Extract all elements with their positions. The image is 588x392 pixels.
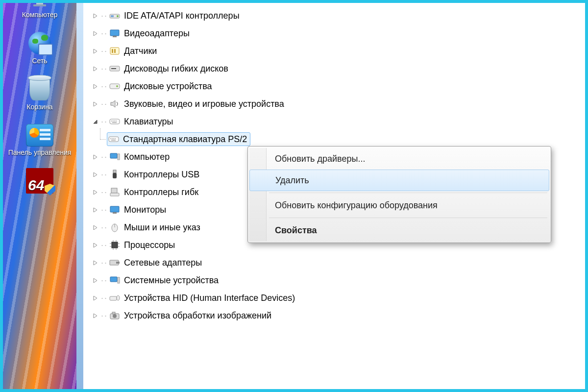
tree-node-hid[interactable]: ·· Устройства HID (Human Interface Devic… bbox=[92, 289, 585, 307]
expand-collapsed-icon[interactable] bbox=[92, 295, 98, 301]
svg-rect-48 bbox=[116, 262, 120, 264]
ctx-update-drivers[interactable]: Обновить драйверы... bbox=[249, 148, 549, 170]
sound-icon bbox=[109, 99, 120, 108]
expand-collapsed-icon[interactable] bbox=[92, 48, 98, 54]
svg-rect-34 bbox=[110, 206, 119, 212]
tree-node-label: Устройства обработки изображений bbox=[124, 311, 271, 321]
svg-point-6 bbox=[117, 15, 119, 17]
ctx-item-label: Удалить bbox=[275, 175, 309, 186]
ctx-item-label: Обновить конфигурацию оборудования bbox=[275, 200, 438, 211]
mouse-icon bbox=[109, 223, 120, 232]
tree-node-label: Контроллеры USB bbox=[124, 170, 199, 180]
ide-controller-icon bbox=[109, 11, 120, 20]
svg-rect-27 bbox=[111, 140, 116, 141]
expand-expanded-icon[interactable] bbox=[92, 119, 98, 124]
tree-node-keyboards[interactable]: ·· Клавиатуры bbox=[92, 113, 585, 130]
tree-node-label: Датчики bbox=[124, 46, 157, 56]
sensor-icon bbox=[109, 47, 120, 55]
expand-collapsed-icon[interactable] bbox=[92, 189, 98, 195]
tree-node-label: Процессоры bbox=[124, 240, 175, 250]
aida64-icon: 64 bbox=[26, 169, 53, 193]
svg-point-52 bbox=[117, 295, 120, 300]
tree-node-imaging[interactable]: ·· Устройства обработки изображений bbox=[92, 307, 585, 324]
system-device-icon bbox=[109, 276, 120, 285]
svg-rect-28 bbox=[110, 153, 117, 158]
svg-point-54 bbox=[113, 314, 117, 318]
svg-rect-23 bbox=[110, 138, 111, 139]
tree-node-label: Мониторы bbox=[124, 205, 166, 215]
svg-rect-38 bbox=[112, 242, 118, 248]
desktop-icon-computer[interactable]: Компьютер bbox=[3, 3, 76, 19]
tree-node-sensors[interactable]: ·· Датчики bbox=[92, 42, 585, 60]
desktop-icon-network[interactable]: Сеть bbox=[3, 31, 76, 65]
network-adapter-icon bbox=[109, 258, 120, 267]
tree-node-keyboard-ps2[interactable]: Стандартная клавиатура PS/2 bbox=[107, 130, 585, 148]
tree-node-label: Клавиатуры bbox=[124, 117, 173, 127]
tree-node-ide[interactable]: ·· IDE ATA/ATAPI контроллеры bbox=[92, 7, 585, 24]
tree-node-label: IDE ATA/ATAPI контроллеры bbox=[124, 11, 240, 21]
tree-node-system-devices[interactable]: ·· Системные устройства bbox=[92, 271, 585, 289]
expand-collapsed-icon[interactable] bbox=[92, 242, 98, 248]
desktop-icon-recycle-bin[interactable]: Корзина bbox=[3, 77, 76, 111]
window-frame-edge bbox=[76, 3, 84, 389]
monitor-icon bbox=[109, 205, 120, 214]
expand-collapsed-icon[interactable] bbox=[92, 13, 98, 19]
expand-collapsed-icon[interactable] bbox=[92, 207, 98, 213]
tree-node-display-adapters[interactable]: ·· Видеоадаптеры bbox=[92, 24, 585, 42]
tree-node-label: Контроллеры гибк bbox=[124, 187, 198, 197]
svg-rect-51 bbox=[110, 296, 117, 300]
svg-rect-8 bbox=[113, 36, 117, 37]
context-menu: Обновить драйверы... Удалить Обновить ко… bbox=[247, 146, 551, 243]
tree-node-label: Сетевые адаптеры bbox=[124, 258, 202, 268]
usb-icon bbox=[109, 170, 120, 179]
network-icon bbox=[26, 31, 53, 55]
svg-rect-31 bbox=[113, 173, 117, 178]
svg-rect-20 bbox=[116, 121, 117, 122]
tree-node-sound[interactable]: ·· Звуковые, видео и игровые устройства bbox=[92, 95, 585, 113]
svg-rect-3 bbox=[33, 4, 46, 6]
tree-node-label: Стандартная клавиатура PS/2 bbox=[123, 134, 247, 145]
svg-rect-10 bbox=[112, 49, 113, 53]
tree-node-label: Видеоадаптеры bbox=[124, 28, 190, 39]
expand-collapsed-icon[interactable] bbox=[92, 83, 98, 89]
expand-collapsed-icon[interactable] bbox=[92, 30, 98, 36]
desktop-icon-control-panel[interactable]: Панель управления bbox=[3, 123, 76, 156]
svg-rect-25 bbox=[113, 138, 114, 139]
expand-collapsed-icon[interactable] bbox=[92, 172, 98, 177]
tree-node-label: Компьютер bbox=[124, 152, 170, 162]
expand-collapsed-icon[interactable] bbox=[92, 224, 98, 230]
expand-collapsed-icon[interactable] bbox=[92, 154, 98, 160]
floppy-drive-icon bbox=[109, 64, 120, 73]
expand-collapsed-icon[interactable] bbox=[92, 66, 98, 72]
svg-rect-35 bbox=[113, 212, 117, 214]
ctx-properties[interactable]: Свойства bbox=[249, 220, 549, 241]
display-adapter-icon bbox=[109, 29, 120, 38]
tree-node-network-adapters[interactable]: ·· Сетевые адаптеры bbox=[92, 254, 585, 271]
desktop-icon-label: Корзина bbox=[26, 103, 52, 111]
expand-collapsed-icon[interactable] bbox=[92, 101, 98, 107]
ctx-separator bbox=[269, 193, 547, 193]
ctx-separator bbox=[269, 218, 547, 218]
svg-rect-26 bbox=[115, 138, 116, 139]
tree-node-label: Дисковые устройства bbox=[124, 81, 212, 92]
desktop-icon-aida64[interactable]: 64 bbox=[3, 169, 76, 195]
svg-rect-33 bbox=[110, 193, 119, 196]
expand-collapsed-icon[interactable] bbox=[92, 277, 98, 283]
tree-node-floppy-drives[interactable]: ·· Дисководы гибких дисков bbox=[92, 60, 585, 77]
cpu-icon bbox=[109, 241, 120, 249]
imaging-device-icon bbox=[109, 311, 120, 320]
ctx-uninstall[interactable]: Удалить bbox=[249, 170, 549, 191]
svg-rect-24 bbox=[112, 138, 113, 139]
svg-rect-18 bbox=[113, 121, 114, 122]
expand-collapsed-icon[interactable] bbox=[92, 313, 98, 318]
hid-icon bbox=[109, 294, 120, 302]
floppy-controller-icon bbox=[109, 188, 120, 196]
disk-drive-icon bbox=[109, 82, 120, 91]
svg-rect-13 bbox=[111, 68, 116, 69]
tree-node-label: Звуковые, видео и игровые устройства bbox=[124, 99, 284, 109]
recycle-bin-icon bbox=[26, 77, 53, 101]
expand-collapsed-icon[interactable] bbox=[92, 260, 98, 266]
tree-node-disk-drives[interactable]: ·· Дисковые устройства bbox=[92, 77, 585, 95]
ctx-scan-hardware[interactable]: Обновить конфигурацию оборудования bbox=[249, 195, 549, 216]
desktop-icon-label: Панель управления bbox=[8, 149, 72, 156]
